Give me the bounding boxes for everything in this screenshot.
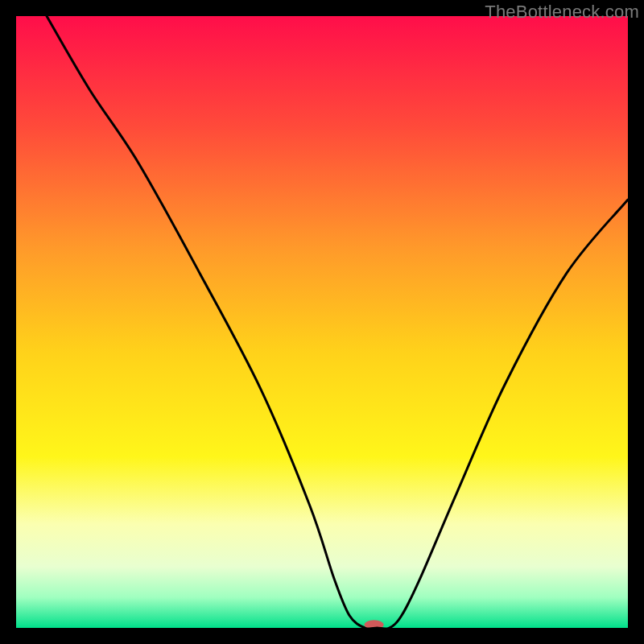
chart-frame: TheBottleneck.com: [0, 0, 644, 644]
plot-area: [16, 16, 628, 628]
chart-svg: [16, 16, 628, 628]
watermark-label: TheBottleneck.com: [485, 2, 639, 23]
